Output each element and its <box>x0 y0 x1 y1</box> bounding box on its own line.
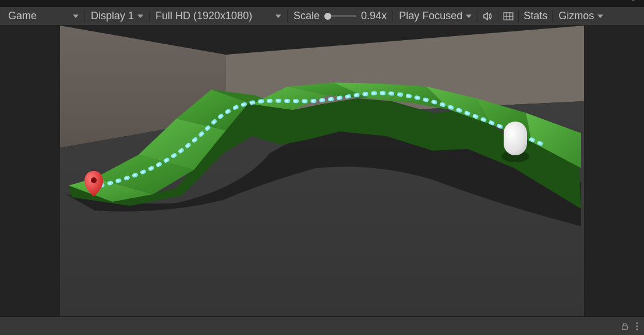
kebab-menu-icon[interactable] <box>636 322 638 330</box>
tab-strip: Scene Game <box>0 0 644 7</box>
svg-point-27 <box>636 325 638 327</box>
svg-rect-24 <box>504 122 527 155</box>
svg-point-28 <box>636 328 638 330</box>
divider <box>392 10 393 22</box>
svg-rect-25 <box>622 326 628 329</box>
gizmos-label: Gizmos <box>558 10 594 22</box>
viewport-pillar-left <box>0 26 60 316</box>
display-dropdown[interactable]: Display 1 <box>86 9 148 24</box>
viewport-pillar-right <box>584 26 644 316</box>
svg-point-26 <box>636 322 638 324</box>
camera-mode-dropdown[interactable]: Game <box>3 9 83 24</box>
divider <box>84 10 85 22</box>
chevron-down-icon <box>73 15 79 18</box>
lock-icon[interactable] <box>621 322 629 330</box>
scale-slider[interactable] <box>324 15 356 17</box>
gizmos-dropdown[interactable]: Gizmos <box>554 9 608 24</box>
scale-control: Scale 0.94x <box>289 10 391 22</box>
chevron-down-icon <box>597 15 603 18</box>
stats-toggle[interactable]: Stats <box>520 9 551 24</box>
game-toolbar: Game Display 1 Full HD (1920x1080) Scale… <box>0 7 644 26</box>
display-label: Display 1 <box>91 10 134 22</box>
divider <box>477 10 478 22</box>
aspect-button[interactable] <box>500 9 517 24</box>
chevron-down-icon <box>137 15 143 18</box>
scale-slider-thumb[interactable] <box>324 13 331 20</box>
chevron-down-icon <box>275 15 281 18</box>
status-bar <box>0 316 644 335</box>
divider <box>149 10 150 22</box>
camera-mode-label: Game <box>8 10 37 22</box>
scene-render <box>60 26 584 316</box>
viewport-container <box>0 26 644 316</box>
mute-audio-button[interactable] <box>479 9 497 24</box>
divider <box>552 10 553 22</box>
options-dot-icon[interactable] <box>632 0 635 1</box>
divider <box>287 10 288 22</box>
game-viewport[interactable] <box>60 26 584 316</box>
resolution-label: Full HD (1920x1080) <box>155 10 252 22</box>
resolution-dropdown[interactable]: Full HD (1920x1080) <box>151 9 286 24</box>
chevron-down-icon <box>466 15 472 18</box>
svg-point-22 <box>91 177 97 183</box>
focus-mode-label: Play Focused <box>399 10 462 22</box>
scale-label: Scale <box>293 10 320 22</box>
stats-label: Stats <box>523 10 547 22</box>
grid-icon <box>503 12 514 20</box>
divider <box>498 10 498 22</box>
divider <box>518 10 519 22</box>
speaker-icon <box>483 12 493 21</box>
focus-mode-dropdown[interactable]: Play Focused <box>394 9 476 24</box>
scale-value: 0.94x <box>361 10 387 22</box>
